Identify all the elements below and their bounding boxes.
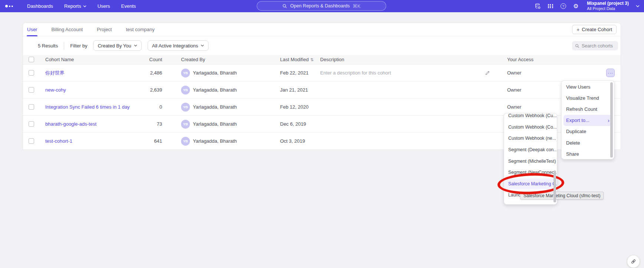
created-by-dropdown[interactable]: Created By You: [93, 40, 141, 51]
creator-name: Yarlagadda, Bharath: [193, 87, 237, 93]
cohort-count: 2,486: [134, 70, 162, 76]
submenu-item-label: Custom Webhook (ne...: [508, 136, 556, 141]
tab-project[interactable]: Project: [96, 23, 112, 36]
search-cohorts-input[interactable]: Search cohorts: [572, 41, 618, 50]
menu-item-duplicate[interactable]: Duplicate: [562, 126, 614, 137]
keyboard-shortcut: ⌘K: [353, 3, 361, 9]
cohort-name-link[interactable]: new-cohy: [45, 87, 66, 93]
divider: [64, 42, 64, 49]
menu-item-label: Share: [566, 151, 579, 157]
chevron-down-icon: [201, 44, 204, 47]
submenu-item-segment-deepak[interactable]: Segment (Deepak con...: [504, 144, 557, 156]
select-all-checkbox[interactable]: [29, 57, 34, 62]
nav-items: Dashboards Reports Users Events: [27, 3, 136, 9]
avatar: YB: [181, 86, 190, 95]
global-search-placeholder: Open Reports & Dashboards: [290, 3, 350, 9]
row-checkbox[interactable]: [29, 138, 34, 144]
menu-item-delete[interactable]: Delete: [562, 137, 614, 148]
nav-item-dashboards[interactable]: Dashboards: [27, 3, 53, 9]
table-row: 你好世界 2,486 YBYarlagadda, Bharath Feb 22,…: [23, 64, 621, 82]
copy-link-button[interactable]: [627, 255, 640, 268]
settings-gear-icon[interactable]: ⚙: [573, 3, 578, 9]
mixpanel-logo-icon[interactable]: [5, 5, 13, 7]
nav-item-reports[interactable]: Reports: [64, 3, 86, 9]
sort-icon[interactable]: ⇅: [310, 57, 313, 62]
nav-item-users[interactable]: Users: [98, 3, 110, 9]
menu-item-share[interactable]: Share: [562, 148, 614, 159]
tab-billing-account[interactable]: Billing Account: [51, 23, 83, 36]
cohort-name-link[interactable]: Integration Sync Failed 6 times in 1 day: [45, 104, 130, 110]
row-checkbox[interactable]: [29, 121, 34, 127]
chevron-down-icon: [636, 5, 640, 7]
menu-item-visualize-trend[interactable]: Visualize Trend: [562, 92, 614, 103]
tab-test-company[interactable]: test company: [125, 23, 155, 36]
integrations-value: All Active Integrations: [152, 43, 198, 49]
row-actions-dots-button[interactable]: ···: [606, 69, 615, 77]
create-cohort-label: Create Cohort: [582, 27, 612, 32]
column-header-description: Description: [320, 57, 507, 62]
description-placeholder[interactable]: Enter a description for this cohort: [320, 70, 391, 76]
menu-item-label: Visualize Trend: [566, 95, 599, 101]
create-cohort-button[interactable]: + Create Cohort: [572, 25, 617, 34]
nav-item-label: Dashboards: [27, 3, 53, 9]
last-modified-date: Feb 22, 2021: [280, 70, 320, 76]
apps-grid-icon[interactable]: [548, 4, 553, 8]
tab-user[interactable]: User: [27, 23, 37, 36]
menu-item-label: Delete: [566, 140, 580, 146]
search-cohorts-placeholder: Search cohorts: [582, 43, 613, 49]
column-header-last-modified[interactable]: Last Modified⇅: [280, 57, 320, 62]
results-count: 5 Results: [38, 43, 58, 49]
last-modified-date: Dec 6, 2019: [280, 121, 320, 127]
nav-right-controls: ? ⚙ Mixpanel (project 3) All Project Dat…: [535, 0, 640, 12]
tab-label: Project: [97, 27, 112, 32]
plus-icon: +: [576, 27, 579, 33]
nav-item-label: Users: [98, 3, 110, 9]
creator-name: Yarlagadda, Bharath: [193, 138, 237, 144]
submenu-item-segment-michelletest[interactable]: Segment (MichelleTest): [504, 155, 557, 167]
cohort-name-link[interactable]: test-cohort-1: [45, 138, 72, 144]
global-search-bar[interactable]: Open Reports & Dashboards ⌘K: [257, 1, 386, 11]
row-checkbox[interactable]: [29, 87, 34, 93]
nav-item-label: Reports: [64, 3, 81, 9]
access-level: Owner: [507, 70, 621, 76]
submenu-scrollbar[interactable]: [553, 171, 556, 202]
column-header-created-by: Created By: [162, 57, 280, 62]
last-modified-date: Oct 3, 2019: [280, 138, 320, 144]
help-icon[interactable]: ?: [561, 3, 566, 9]
cohort-count: 73: [134, 121, 162, 127]
row-checkbox[interactable]: [29, 104, 34, 110]
filter-bar: 5 Results Filter by Created By You All A…: [23, 36, 621, 55]
submenu-item-label: Segment (Deepak con...: [508, 147, 557, 152]
avatar: YB: [181, 103, 190, 112]
menu-item-export-to[interactable]: Export to...›: [564, 115, 612, 126]
cohort-name-link[interactable]: 你好世界: [45, 70, 65, 76]
row-checkbox[interactable]: [29, 70, 34, 76]
edit-description-pencil-icon[interactable]: [485, 70, 490, 76]
search-icon: [575, 44, 579, 48]
menu-item-label: View Users: [566, 84, 591, 90]
integration-tooltip: Salesforce Marketing Cloud (sfmc-test): [520, 192, 604, 199]
column-header-cohort-name: Cohort Name: [45, 57, 134, 62]
integrations-dropdown[interactable]: All Active Integrations: [148, 40, 208, 51]
submenu-item-custom-webhook-3[interactable]: Custom Webhook (ne...: [504, 133, 557, 144]
nav-item-events[interactable]: Events: [121, 3, 136, 9]
menu-item-view-users[interactable]: View Users: [562, 81, 614, 92]
column-header-your-access: Your Access: [507, 57, 621, 62]
data-management-icon[interactable]: [535, 3, 541, 9]
menu-item-refresh-count[interactable]: Refresh Count: [562, 103, 614, 115]
cohort-name-link[interactable]: bharath-google-ads-test: [45, 121, 96, 127]
dots-icon: ···: [608, 70, 613, 76]
submenu-item-custom-webhook-1[interactable]: Custom Webhook (Cu...: [504, 113, 557, 122]
submenu-item-segment-newconnec[interactable]: Segment (NewConnec...: [504, 167, 557, 178]
filter-by-label: Filter by: [70, 43, 87, 49]
menu-scrollbar[interactable]: [610, 82, 613, 158]
row-actions-menu: View Users Visualize Trend Refresh Count…: [561, 80, 614, 159]
submenu-item-custom-webhook-2[interactable]: Custom Webhook (Co...: [504, 122, 557, 133]
avatar: YB: [181, 69, 190, 77]
project-switcher[interactable]: Mixpanel (project 3) All Project Data: [587, 1, 629, 11]
nav-item-label: Events: [121, 3, 136, 9]
submenu-item-salesforce-marketing-cloud[interactable]: Salesforce Marketing C...: [504, 178, 557, 190]
creator-name: Yarlagadda, Bharath: [193, 104, 237, 110]
link-icon: [630, 258, 637, 265]
menu-item-label: Export to...: [566, 118, 589, 123]
